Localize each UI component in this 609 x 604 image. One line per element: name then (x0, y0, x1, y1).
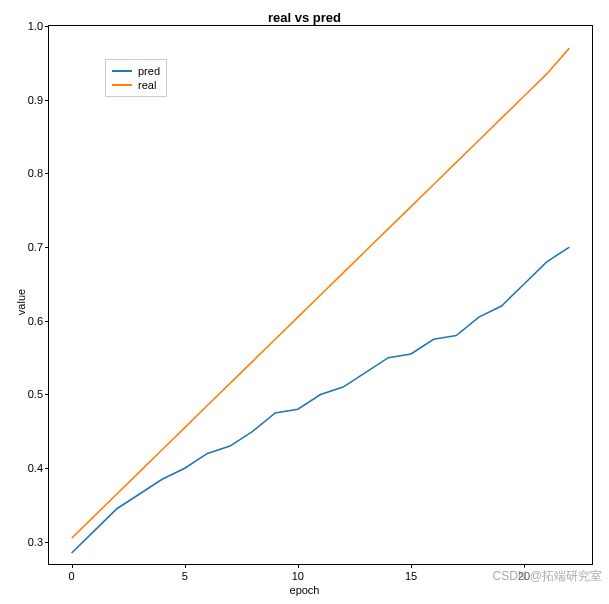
chart-container: real vs pred value epoch pred real 0.30.… (0, 0, 609, 604)
y-axis-label: value (15, 289, 27, 315)
chart-title: real vs pred (268, 10, 341, 25)
xtick-label: 15 (405, 564, 417, 582)
pred-line (72, 247, 570, 553)
ytick-label: 0.7 (28, 241, 49, 253)
line-svg (49, 26, 592, 564)
real-line (72, 48, 570, 538)
legend-item-pred: pred (112, 64, 160, 78)
legend-label-pred: pred (138, 65, 160, 77)
ytick-label: 0.3 (28, 536, 49, 548)
legend-label-real: real (138, 79, 156, 91)
x-axis-label: epoch (290, 584, 320, 596)
ytick-label: 0.9 (28, 94, 49, 106)
watermark-text: CSDN @拓端研究室 (489, 567, 605, 586)
ytick-label: 0.4 (28, 462, 49, 474)
ytick-label: 1.0 (28, 20, 49, 32)
legend-swatch-pred (112, 70, 132, 72)
legend-item-real: real (112, 78, 160, 92)
legend-box: pred real (105, 59, 167, 97)
legend-swatch-real (112, 84, 132, 86)
xtick-label: 10 (292, 564, 304, 582)
ytick-label: 0.8 (28, 167, 49, 179)
plot-area: pred real 0.30.40.50.60.70.80.91.0051015… (48, 25, 593, 565)
ytick-label: 0.5 (28, 388, 49, 400)
ytick-label: 0.6 (28, 315, 49, 327)
xtick-label: 5 (182, 564, 188, 582)
xtick-label: 0 (69, 564, 75, 582)
